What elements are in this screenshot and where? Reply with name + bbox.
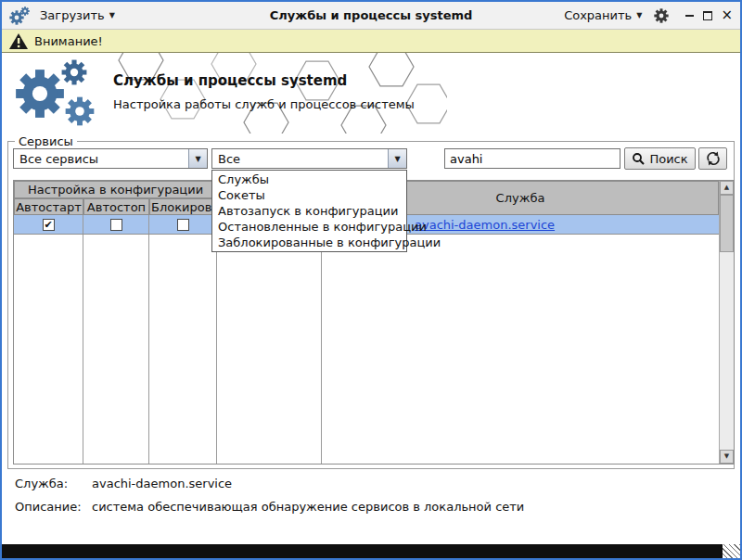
chevron-down-icon: ▼ — [109, 11, 115, 19]
column-divider — [83, 235, 83, 464]
table-header-autostop: Автостоп — [83, 198, 149, 215]
table-header-block: Блокировать — [149, 198, 217, 215]
scroll-up-button[interactable]: ▲ — [720, 181, 734, 195]
scrollbar-thumb[interactable] — [720, 195, 734, 252]
table-cell-autostop — [83, 215, 149, 234]
warning-icon — [9, 33, 28, 49]
detail-service-value: avachi-daemon.service — [92, 477, 232, 490]
combo-arrow-button[interactable]: ▼ — [388, 149, 406, 168]
table-cell-autostart: ✔ — [14, 215, 83, 234]
autostop-checkbox[interactable] — [110, 219, 122, 231]
table-header-autostart: Автостарт — [14, 198, 83, 215]
table-cell-block — [149, 215, 217, 234]
warning-label: Внимание! — [34, 34, 103, 48]
type-filter-value: Все — [212, 152, 388, 166]
load-button-label: Загрузить — [40, 8, 105, 22]
hexagon-pattern — [95, 53, 447, 134]
minimize-button[interactable] — [684, 10, 695, 20]
dropdown-option[interactable]: Остановленные в конфигурации — [212, 219, 406, 235]
vertical-scrollbar[interactable]: ▲ ▼ — [719, 181, 734, 464]
close-button[interactable]: × — [721, 10, 733, 20]
type-filter-dropdown-list: Службы Сокеты Автозапуск в конфигурации … — [211, 170, 407, 252]
type-filter-combobox[interactable]: Все ▼ — [211, 148, 407, 169]
search-icon — [632, 152, 645, 165]
refresh-button[interactable] — [698, 147, 727, 170]
detail-description-label: Описание: — [15, 500, 82, 514]
column-divider — [148, 235, 149, 464]
titlebar: Загрузить ▼ Службы и процессы systemd Со… — [2, 2, 740, 30]
search-button[interactable]: Поиск — [624, 147, 696, 170]
column-divider — [321, 235, 322, 464]
titlebar-right: Сохранить ▼ × — [564, 7, 733, 24]
page-subtitle: Настройка работы служб и процессов систе… — [113, 97, 415, 111]
chevron-down-icon: ▼ — [394, 155, 400, 163]
autostart-checkbox[interactable]: ✔ — [43, 219, 55, 231]
dropdown-option[interactable]: Сокеты — [212, 187, 406, 203]
save-button[interactable]: Сохранить ▼ — [564, 8, 642, 22]
block-checkbox[interactable] — [177, 219, 189, 231]
table-group-header: Настройка в конфигурации — [14, 181, 217, 198]
page-title: Службы и процессы systemd — [113, 72, 347, 89]
dropdown-option[interactable]: Автозапуск в конфигурации — [212, 203, 406, 219]
table-body — [14, 235, 719, 464]
service-filter-combobox[interactable]: Все сервисы ▼ — [13, 148, 208, 169]
hero-header: Службы и процессы systemd Настройка рабо… — [2, 53, 740, 134]
search-input[interactable] — [444, 148, 620, 169]
warning-banner: Внимание! — [2, 30, 740, 53]
scroll-down-button[interactable]: ▼ — [720, 450, 734, 464]
chevron-down-icon: ▼ — [636, 11, 642, 19]
app-logo-gears-icon — [13, 57, 104, 134]
service-filter-value: Все сервисы — [14, 152, 188, 166]
service-link[interactable]: avachi-daemon.service — [415, 218, 555, 232]
detail-service-label: Служба: — [15, 477, 68, 490]
load-button[interactable]: Загрузить ▼ — [40, 8, 115, 22]
maximize-button[interactable] — [703, 11, 712, 20]
status-bar — [2, 544, 740, 558]
chevron-down-icon: ▼ — [195, 155, 200, 163]
app-window: Загрузить ▼ Службы и процессы systemd Со… — [0, 0, 742, 560]
dropdown-option[interactable]: Заблокированные в конфигурации — [212, 235, 406, 250]
combo-arrow-button[interactable]: ▼ — [188, 149, 207, 168]
detail-description-value: система обеспечивающая обнаружение серви… — [92, 500, 524, 514]
app-gears-icon — [8, 5, 31, 27]
services-groupbox-legend: Сервисы — [15, 134, 77, 148]
search-button-label: Поиск — [649, 152, 687, 166]
settings-gear-icon[interactable] — [653, 7, 670, 24]
column-divider — [216, 235, 217, 464]
dropdown-option[interactable]: Службы — [212, 172, 406, 187]
window-controls: × — [684, 10, 733, 20]
save-button-label: Сохранить — [564, 8, 632, 22]
refresh-icon — [706, 151, 721, 166]
resize-grip[interactable] — [723, 544, 740, 558]
